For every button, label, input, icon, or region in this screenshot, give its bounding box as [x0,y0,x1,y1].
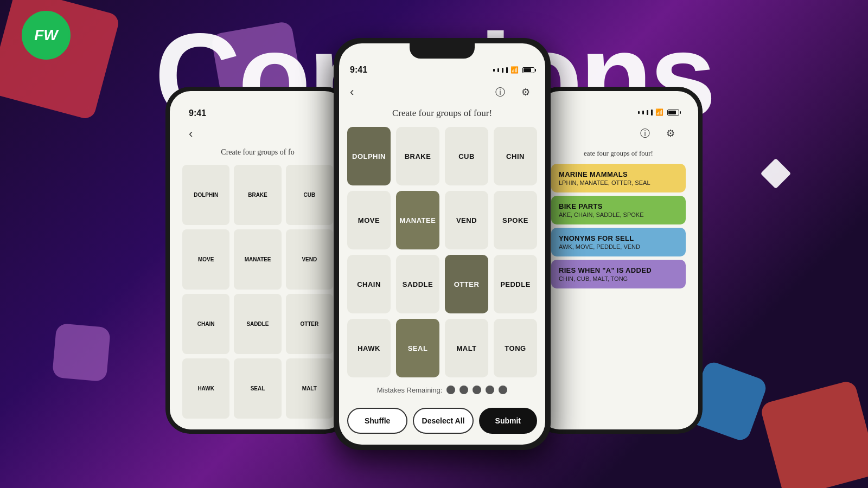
mistake-dot-3 [473,386,481,394]
mistake-dot-4 [486,386,494,394]
signal-r3 [647,110,648,115]
mistakes-row: Mistakes Remaining: [339,377,545,402]
phone-right: 📶 ⓘ ⚙ eate four groups of four! MARINE M… [534,87,703,434]
phone-left-inner: 9:41 ‹ Create four groups of fo DOLPHINB… [170,91,346,429]
status-icons-center: 📶 [493,66,534,74]
result-card-words: AWK, MOVE, PEDDLE, VEND [559,243,678,250]
battery-tip [535,69,536,72]
wifi-icon-right: 📶 [655,108,663,116]
result-card-blue: YNONYMS FOR SELL AWK, MOVE, PEDDLE, VEND [551,228,686,256]
signal-r1 [638,111,640,114]
word-tile-left[interactable]: VEND [286,229,333,290]
result-card-title: RIES WHEN "A" IS ADDED [559,266,678,274]
fw-logo: FW [22,11,71,60]
nav-bar-center: ‹ ⓘ ⚙ [339,79,545,105]
phone-right-inner: 📶 ⓘ ⚙ eate four groups of four! MARINE M… [539,91,698,429]
bottom-buttons: Shuffle Deselect All Submit [339,402,545,445]
status-bar-center: 9:41 📶 [339,59,545,79]
word-tile-left[interactable]: MOVE [182,229,229,290]
submit-button[interactable]: Submit [479,408,537,434]
mistake-dot-1 [446,386,455,394]
word-tile-left[interactable]: OTTER [286,294,333,354]
word-tile-center[interactable]: PEDDLE [494,255,537,313]
back-icon-left[interactable]: ‹ [189,127,193,141]
nav-bar-left: ‹ [178,123,337,145]
signal-r4 [651,110,653,115]
word-tile-left[interactable]: MALT [286,358,333,419]
result-card-title: MARINE MAMMALS [559,170,678,178]
word-tile-center[interactable]: TONG [494,319,537,377]
result-card-words: LPHIN, MANATEE, OTTER, SEAL [559,179,678,186]
word-tile-left[interactable]: CUB [286,165,333,225]
notch [410,43,475,59]
fw-logo-text: FW [34,27,58,44]
word-tile-left[interactable]: HAWK [182,358,229,419]
signal-3 [502,68,503,73]
word-tile-left[interactable]: CHAIN [182,294,229,354]
settings-icon-right[interactable]: ⚙ [662,125,679,142]
word-tile-left[interactable]: BRAKE [234,165,281,225]
result-card-green: BIKE PARTS AKE, CHAIN, SADDLE, SPOKE [551,196,686,224]
settings-icon[interactable]: ⚙ [517,84,534,101]
status-time-center: 9:41 [350,65,367,75]
word-tile-center[interactable]: CHAIN [347,255,391,313]
word-tile-center[interactable]: MOVE [347,191,391,249]
word-tile-left[interactable]: SEAL [234,358,281,419]
word-tile-center[interactable]: CHIN [494,127,537,185]
word-tile-center[interactable]: SPOKE [494,191,537,249]
word-tile-center[interactable]: MANATEE [396,191,439,249]
shuffle-button[interactable]: Shuffle [347,408,407,434]
word-tile-left[interactable]: MANATEE [234,229,281,290]
mistakes-label: Mistakes Remaining: [377,386,443,394]
phone-left: 9:41 ‹ Create four groups of fo DOLPHINB… [165,87,350,434]
word-grid-center: DOLPHINBRAKECUBCHINMOVEMANATEEVENDSPOKEC… [339,127,545,377]
word-tile-center[interactable]: CUB [445,127,488,185]
signal-1 [493,69,495,72]
signal-4 [506,67,508,73]
result-card-words: AKE, CHAIN, SADDLE, SPOKE [559,211,678,218]
nav-bar-right: ⓘ ⚙ [547,120,690,146]
deselect-all-button[interactable]: Deselect All [413,408,473,434]
result-card-yellow: MARINE MAMMALS LPHIN, MANATEE, OTTER, SE… [551,164,686,192]
phones-container: 9:41 ‹ Create four groups of fo DOLPHINB… [0,0,868,488]
status-bar-left: 9:41 [178,102,337,123]
status-time-left: 9:41 [189,108,206,118]
word-tile-center[interactable]: MALT [445,319,488,377]
word-tile-center[interactable]: HAWK [347,319,391,377]
battery-icon [522,67,534,73]
nav-icons-center: ⓘ ⚙ [492,84,534,101]
subtitle-right: eate four groups of four! [547,146,690,160]
wifi-icon: 📶 [510,66,519,74]
phone-center: 9:41 📶 ‹ ⓘ ⚙ [334,38,551,450]
status-icons-right: 📶 [638,108,679,116]
word-tile-center[interactable]: SADDLE [396,255,439,313]
result-card-words: CHIN, CUB, MALT, TONG [559,275,678,282]
result-card-title: YNONYMS FOR SELL [559,234,678,242]
word-grid-left: DOLPHINBRAKECUBMOVEMANATEEVENDCHAINSADDL… [178,165,337,419]
word-tile-center[interactable]: VEND [445,191,488,249]
signal-2 [497,68,499,72]
back-icon-center[interactable]: ‹ [350,85,354,99]
subtitle-center: Create four groups of four! [339,108,545,119]
result-card-purple: RIES WHEN "A" IS ADDED CHIN, CUB, MALT, … [551,260,686,288]
signal-r2 [642,111,644,114]
battery-tip-right [680,111,681,114]
word-tile-left[interactable]: DOLPHIN [182,165,229,225]
subtitle-left: Create four groups of fo [178,148,337,157]
word-tile-center[interactable]: OTTER [445,255,488,313]
mistake-dot-2 [459,386,468,394]
status-bar-right: 📶 [547,102,690,120]
help-icon-right[interactable]: ⓘ [636,125,654,142]
nav-icons-right: ⓘ ⚙ [636,125,679,142]
result-card-title: BIKE PARTS [559,202,678,210]
phone-center-inner: 9:41 📶 ‹ ⓘ ⚙ [339,43,545,445]
word-tile-center[interactable]: DOLPHIN [347,127,391,185]
help-icon[interactable]: ⓘ [492,84,509,101]
battery-icon-right [667,110,679,115]
mistake-dot-5 [499,386,507,394]
word-tile-center[interactable]: SEAL [396,319,439,377]
word-tile-left[interactable]: SADDLE [234,294,281,354]
word-tile-center[interactable]: BRAKE [396,127,439,185]
result-cards: MARINE MAMMALS LPHIN, MANATEE, OTTER, SE… [547,160,690,292]
